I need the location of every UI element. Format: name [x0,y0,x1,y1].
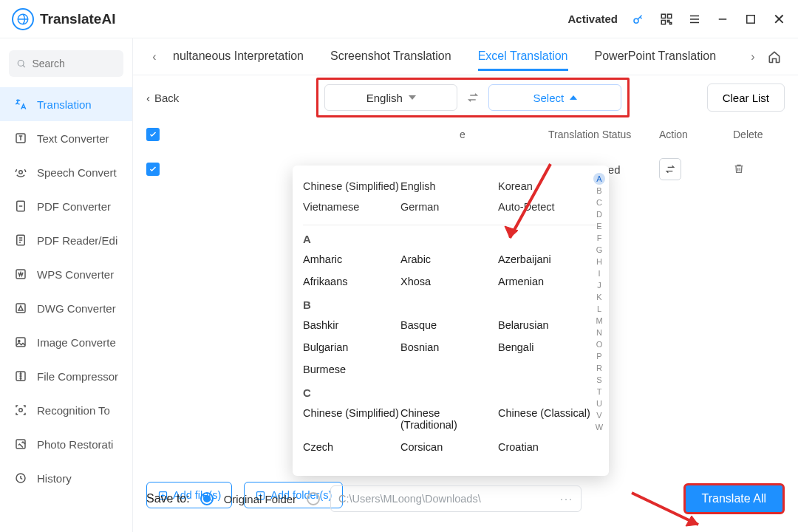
language-dropdown: Chinese (Simplified) English Korean Viet… [293,166,609,476]
swap-languages-icon[interactable] [466,91,480,104]
alpha-letter[interactable]: N [596,327,602,338]
source-language-select[interactable]: English [324,84,457,111]
tabs-prev-icon[interactable]: ‹ [146,49,163,65]
alpha-letter[interactable]: A [593,173,605,185]
lang-option[interactable]: Armenian [498,270,596,293]
compress-icon [13,369,28,383]
tab-excel-translation[interactable]: Excel Translation [478,42,568,71]
lang-option[interactable]: Basque [400,314,498,336]
pdf-reader-icon [13,233,28,248]
alpha-letter[interactable]: L [597,303,601,315]
group-letter: B [303,299,598,311]
sidebar-item-wps-converter[interactable]: WPS Converter [0,257,132,291]
sidebar-item-pdf-converter[interactable]: PDF Converter [0,189,132,223]
row-action-icon[interactable] [659,158,681,180]
alpha-letter[interactable]: T [597,386,602,398]
alpha-letter[interactable]: W [596,421,603,433]
lang-option[interactable]: Amharic [303,248,400,270]
lang-option[interactable]: Chinese (Classical) [498,402,596,436]
brand-name: TranslateAI [40,11,115,27]
lang-option[interactable]: Bengali [498,336,596,358]
back-button[interactable]: ‹ Back [146,92,179,104]
lang-option[interactable]: Vietnamese [303,197,400,217]
alpha-letter[interactable]: R [596,362,602,374]
lang-option[interactable]: Afrikaans [303,270,400,293]
lang-option[interactable]: Bashkir [303,314,400,336]
sidebar-item-pdf-reader[interactable]: PDF Reader/Edi [0,223,132,257]
sidebar-item-translation[interactable]: Translation [0,87,132,121]
sidebar-item-file-compressor[interactable]: File Compressor [0,359,132,393]
target-language-select[interactable]: Select [488,84,621,111]
tabs-next-icon[interactable]: › [745,49,761,65]
sidebar-item-dwg-converter[interactable]: DWG Converter [0,291,132,325]
qr-icon[interactable] [659,12,674,27]
col-size-header: e [460,129,548,140]
svg-point-6 [18,61,24,66]
speech-icon [13,165,28,180]
alpha-letter[interactable]: S [596,374,601,386]
menu-icon[interactable] [687,12,702,27]
toolbar: ‹ Back English Select Clear List [133,75,798,120]
home-icon[interactable] [764,47,785,67]
alpha-letter[interactable]: I [598,267,600,279]
sidebar-item-speech-convert[interactable]: Speech Convert [0,155,132,189]
tab-simultaneous-interpretation[interactable]: nultaneous Interpretation [173,42,304,71]
sidebar-item-image-converter[interactable]: Image Converte [0,325,132,359]
select-all-checkbox[interactable] [146,128,160,141]
target-language-label: Select [533,92,565,104]
sidebar-item-label: WPS Converter [37,268,114,281]
clear-list-button[interactable]: Clear List [707,83,785,112]
lang-option[interactable]: Corsican [400,436,498,458]
row-delete-icon[interactable] [733,164,745,177]
sidebar-item-label: Text Converter [37,132,109,145]
alpha-letter[interactable]: H [596,256,602,267]
alpha-letter[interactable]: G [596,244,603,256]
lang-option[interactable]: Xhosa [400,270,498,293]
lang-option[interactable]: Belarusian [498,314,596,336]
key-icon[interactable] [631,12,646,27]
lang-option[interactable]: German [400,197,498,217]
lang-option[interactable]: Chinese (Simplified) [303,402,400,436]
custom-path-radio[interactable] [307,492,320,505]
lang-option[interactable]: English [400,176,498,197]
svg-rect-4 [661,20,665,24]
sidebar-item-history[interactable]: History [0,461,132,495]
lang-option[interactable]: Chinese (Simplified) [303,176,400,197]
tabs-scroll: nultaneous Interpretation Screenshot Tra… [166,42,742,71]
lang-option[interactable]: Arabic [400,248,498,270]
sidebar-item-label: PDF Reader/Edi [37,234,117,247]
search-input[interactable] [32,58,116,69]
alpha-letter[interactable]: D [596,208,602,220]
sidebar-item-recognition[interactable]: Recognition To [0,393,132,427]
translation-icon [13,97,28,112]
alpha-letter[interactable]: J [597,279,601,291]
browse-path-button[interactable]: ··· [560,493,573,505]
alpha-letter[interactable]: V [596,409,601,421]
alpha-letter[interactable]: M [596,315,602,327]
lang-option[interactable]: Chinese (Traditional) [400,402,498,436]
alpha-letter[interactable]: B [596,185,601,197]
sidebar-item-text-converter[interactable]: Text Converter [0,121,132,155]
alpha-letter[interactable]: E [596,220,601,232]
lang-option[interactable]: Bulgarian [303,336,400,358]
svg-line-23 [632,493,698,525]
minimize-icon[interactable] [715,12,730,27]
alpha-letter[interactable]: U [596,398,602,409]
lang-option[interactable]: Bosnian [400,336,498,358]
row-checkbox[interactable] [146,163,160,176]
search-box[interactable] [9,50,123,77]
tab-screenshot-translation[interactable]: Screenshot Translation [330,42,451,71]
sidebar-item-photo-restoration[interactable]: Photo Restorati [0,427,132,461]
tab-powerpoint-translation[interactable]: PowerPoint Translation [595,42,717,71]
alpha-letter[interactable]: K [596,291,601,303]
maximize-icon[interactable] [743,12,758,27]
lang-option[interactable]: Croatian [498,436,596,458]
alpha-letter[interactable]: O [596,338,603,350]
lang-option[interactable]: Czech [303,436,400,458]
original-folder-radio[interactable] [200,492,214,505]
close-icon[interactable]: ✕ [771,12,786,27]
lang-option[interactable]: Burmese [303,358,400,381]
alpha-letter[interactable]: F [597,232,602,244]
alpha-letter[interactable]: P [596,350,601,362]
alpha-letter[interactable]: C [596,197,602,208]
